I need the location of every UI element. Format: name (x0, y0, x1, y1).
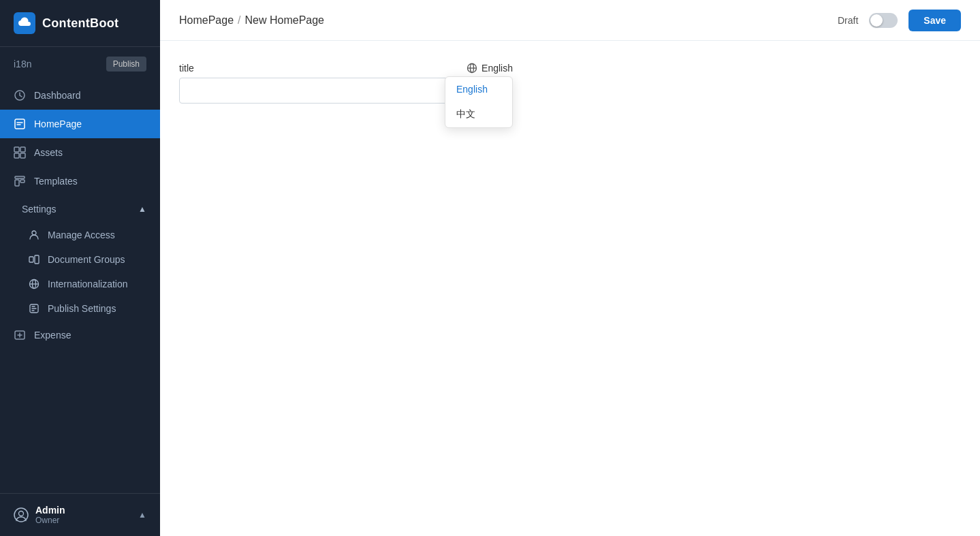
sidebar-footer: Admin Owner ▲ (0, 493, 160, 536)
save-button[interactable]: Save (908, 10, 961, 31)
publish-icon (29, 303, 39, 314)
sidebar-item-expense[interactable]: Expense (0, 321, 160, 349)
footer-chevron-icon[interactable]: ▲ (138, 510, 146, 520)
sidebar-item-templates[interactable]: Templates (0, 167, 160, 195)
sidebar-item-templates-label: Templates (34, 176, 78, 187)
publish-button[interactable]: Publish (106, 57, 146, 72)
dashboard-icon (14, 89, 26, 101)
sidebar-item-dashboard[interactable]: Dashboard (0, 81, 160, 110)
sidebar-item-document-groups[interactable]: Document Groups (0, 247, 160, 272)
topbar: HomePage / New HomePage Draft Save (160, 0, 980, 41)
settings-label: Settings (22, 204, 57, 215)
svg-rect-6 (20, 153, 25, 158)
templates-icon (14, 175, 26, 187)
sidebar-item-assets-label: Assets (34, 147, 63, 158)
user-avatar-icon (14, 507, 29, 522)
svg-point-11 (32, 231, 36, 235)
cloud-icon (14, 12, 35, 34)
sidebar-item-assets[interactable]: Assets (0, 138, 160, 167)
topbar-right: Draft Save (838, 10, 961, 31)
svg-rect-13 (35, 255, 39, 264)
user-icon (29, 230, 39, 240)
language-current: English (481, 63, 513, 74)
svg-rect-12 (29, 257, 33, 262)
user-name: Admin (35, 505, 65, 516)
breadcrumb-parent[interactable]: HomePage (179, 14, 234, 27)
draft-label: Draft (838, 15, 858, 26)
manage-access-label: Manage Access (48, 230, 115, 240)
user-info: Admin Owner (14, 505, 65, 525)
sidebar-item-publish-settings[interactable]: Publish Settings (0, 296, 160, 321)
sidebar-nav: Dashboard HomePage Assets (0, 81, 160, 493)
language-dropdown: English 中文 (445, 76, 513, 128)
sidebar-item-settings[interactable]: Settings ▲ (0, 195, 160, 223)
svg-rect-8 (15, 180, 19, 186)
publish-settings-label: Publish Settings (48, 303, 116, 314)
expense-icon (14, 329, 26, 341)
sidebar-item-homepage-label: HomePage (34, 119, 82, 129)
svg-rect-7 (15, 176, 25, 178)
main-area: HomePage / New HomePage Draft Save title… (160, 0, 980, 536)
content-area: title English English 中文 (160, 41, 980, 536)
svg-rect-5 (14, 153, 19, 158)
logo: ContentBoot (0, 0, 160, 47)
breadcrumb: HomePage / New HomePage (179, 14, 324, 27)
app-name: ContentBoot (42, 16, 118, 31)
assets-icon (14, 146, 26, 159)
user-role: Owner (35, 516, 65, 525)
sidebar-item-dashboard-label: Dashboard (34, 90, 81, 101)
sidebar-item-expense-label: Expense (34, 330, 71, 341)
settings-chevron-icon: ▲ (138, 204, 146, 214)
sidebar-item-manage-access[interactable]: Manage Access (0, 223, 160, 247)
internationalization-label: Internationalization (48, 279, 128, 289)
lang-option-english[interactable]: English (445, 77, 512, 101)
groups-icon (29, 254, 39, 265)
draft-toggle[interactable] (869, 13, 898, 28)
svg-rect-4 (20, 147, 25, 152)
svg-rect-2 (15, 119, 25, 129)
language-selector[interactable]: English English 中文 (467, 63, 513, 74)
globe-sidebar-icon (29, 279, 39, 289)
svg-rect-3 (14, 147, 19, 152)
i18n-label: i18n (14, 59, 31, 69)
svg-rect-9 (20, 180, 25, 183)
sidebar-i18n-section: i18n Publish (0, 47, 160, 81)
field-label: title (179, 63, 206, 74)
globe-field-icon (467, 63, 477, 74)
sidebar-item-homepage[interactable]: HomePage (0, 110, 160, 138)
breadcrumb-separator: / (238, 14, 240, 27)
settings-children: Manage Access Document Groups Internatio… (0, 223, 160, 321)
sidebar-item-internationalization[interactable]: Internationalization (0, 272, 160, 296)
toggle-knob (870, 14, 883, 27)
lang-option-chinese[interactable]: 中文 (445, 101, 512, 127)
sidebar: ContentBoot i18n Publish Dashboard HomeP… (0, 0, 160, 536)
document-groups-label: Document Groups (48, 254, 125, 265)
page-icon (14, 118, 26, 130)
svg-point-20 (19, 511, 24, 516)
breadcrumb-current: New HomePage (245, 14, 325, 27)
